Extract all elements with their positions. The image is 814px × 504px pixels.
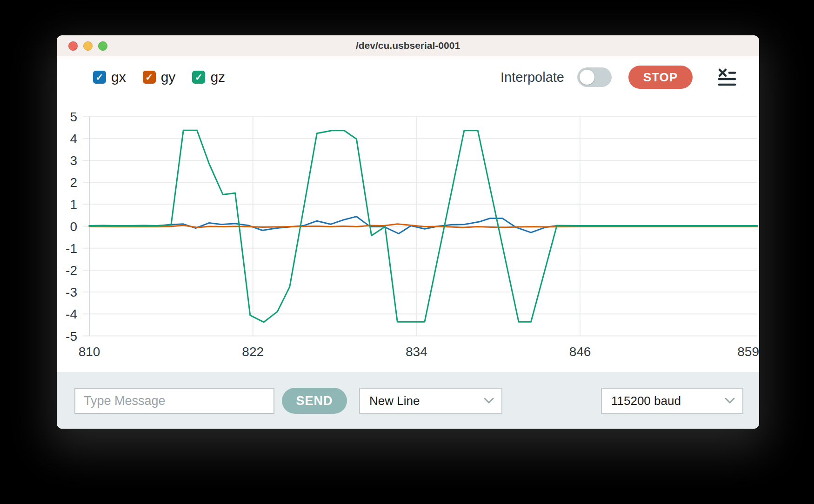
screenshot-stage: /dev/cu.usbserial-0001 ✓ gx ✓ gy ✓ gz In… (0, 0, 814, 504)
svg-text:-3: -3 (66, 285, 77, 299)
svg-text:810: 810 (79, 345, 100, 359)
svg-text:4: 4 (70, 132, 77, 146)
svg-text:846: 846 (569, 345, 591, 359)
gy-label: gy (161, 69, 176, 85)
line-ending-value: New Line (369, 394, 420, 408)
minimize-window-button[interactable] (83, 41, 93, 51)
svg-text:-5: -5 (66, 329, 77, 344)
gx-checkbox[interactable]: ✓ (93, 71, 106, 84)
series-toggle-gz[interactable]: ✓ gz (192, 69, 225, 85)
gz-label: gz (210, 69, 225, 85)
gx-label: gx (111, 69, 126, 85)
line-ending-select[interactable]: New Line (359, 388, 502, 414)
svg-text:834: 834 (406, 345, 427, 359)
zoom-window-button[interactable] (98, 41, 107, 51)
traffic-lights (68, 41, 107, 51)
message-bar: SEND New Line 115200 baud (57, 372, 759, 429)
clear-list-button[interactable] (718, 68, 736, 86)
svg-text:-1: -1 (66, 241, 77, 256)
series-toggle-gy[interactable]: ✓ gy (143, 69, 176, 85)
message-input[interactable] (74, 388, 274, 414)
interpolate-toggle[interactable] (577, 67, 612, 87)
gz-checkbox[interactable]: ✓ (192, 71, 205, 84)
series-toggle-gx[interactable]: ✓ gx (93, 69, 126, 85)
svg-text:-2: -2 (66, 263, 77, 278)
title-bar: /dev/cu.usbserial-0001 (57, 35, 759, 56)
svg-text:0: 0 (70, 219, 77, 234)
gy-checkbox[interactable]: ✓ (143, 71, 156, 84)
chevron-down-icon (725, 398, 735, 404)
toolbar: ✓ gx ✓ gy ✓ gz Interpolate STOP (57, 60, 759, 94)
stop-button[interactable]: STOP (628, 66, 693, 89)
baud-rate-select[interactable]: 115200 baud (601, 388, 743, 414)
window-title: /dev/cu.usbserial-0001 (57, 35, 759, 56)
svg-text:3: 3 (70, 153, 77, 168)
baud-rate-value: 115200 baud (611, 394, 681, 408)
svg-text:5: 5 (70, 110, 77, 124)
chevron-down-icon (484, 398, 494, 404)
send-button[interactable]: SEND (282, 388, 347, 414)
line-chart: 543210-1-2-3-4-5810822834846859 (57, 94, 759, 373)
clear-list-icon (718, 68, 736, 86)
close-window-button[interactable] (68, 41, 78, 51)
svg-text:822: 822 (242, 345, 264, 359)
svg-text:859: 859 (737, 345, 759, 359)
app-window: /dev/cu.usbserial-0001 ✓ gx ✓ gy ✓ gz In… (57, 35, 759, 429)
toggle-knob (580, 70, 594, 85)
svg-text:1: 1 (70, 197, 77, 212)
toolbar-right: Interpolate STOP (500, 66, 736, 89)
interpolate-label: Interpolate (500, 70, 564, 85)
svg-text:2: 2 (70, 175, 77, 190)
series-toggles: ✓ gx ✓ gy ✓ gz (93, 69, 225, 85)
svg-text:-4: -4 (66, 307, 77, 321)
